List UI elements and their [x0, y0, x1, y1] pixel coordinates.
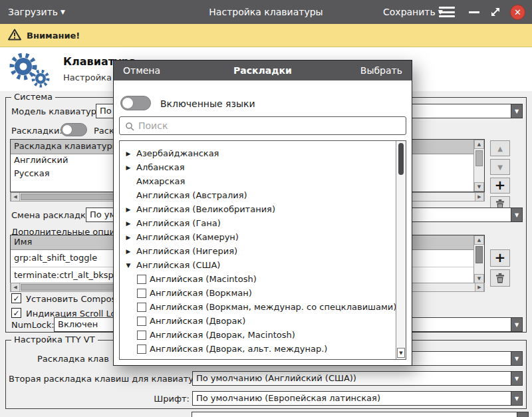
save-menu-button[interactable]: Сохранить▼ [383, 0, 443, 24]
scroll-up-icon[interactable]: ▲ [474, 140, 484, 149]
language-label: Английская (Дворак) [150, 316, 245, 326]
layout-item-row[interactable]: Английская (Дворак) [120, 314, 396, 328]
language-group-row[interactable]: ▶Азербайджанская [120, 146, 396, 160]
layout-checkbox[interactable] [137, 275, 146, 284]
move-up-button[interactable]: ▲ [490, 140, 510, 156]
chevron-down-icon[interactable]: ▼ [511, 372, 522, 385]
close-button[interactable]: ✕ [510, 5, 525, 20]
font-combo[interactable]: По умолчанию (Европейская латинская) ▼ [192, 391, 523, 406]
delete-option-button[interactable] [490, 269, 510, 287]
cancel-button[interactable]: Отмена [123, 61, 160, 80]
tty-legend: Настройка TTY VT [11, 335, 98, 345]
language-group-row[interactable]: ▶Английская (Камерун) [120, 230, 396, 244]
layout-item-row[interactable]: Английская (Дворак, альт. междунар.) [120, 342, 396, 356]
chevron-down-icon[interactable]: ▼ [517, 412, 528, 417]
layout-table-vscrollbar[interactable]: ▲ ▼ [473, 140, 484, 192]
language-label: Албанская [136, 162, 184, 172]
expand-arrow-icon[interactable]: ▶ [124, 164, 133, 171]
language-label: Амхарская [136, 176, 185, 186]
second-layout-label: Вторая раскладка клавиш для клавиатуры: [9, 374, 190, 384]
language-group-row[interactable]: ▼Английская (США) [120, 258, 396, 272]
language-group-row[interactable]: Английская (Австралия) [120, 188, 396, 202]
expand-arrow-icon[interactable]: ▶ [124, 248, 133, 255]
toggle-knob [122, 97, 134, 109]
titlebar: Загрузить▼ Настройка клавиатуры Сохранит… [0, 0, 532, 24]
move-down-button[interactable]: ▼ [490, 159, 510, 175]
scroll-down-icon[interactable]: ▼ [397, 348, 405, 358]
system-legend: Система [11, 92, 55, 102]
scrollbar-thumb[interactable] [398, 143, 404, 175]
search-input[interactable] [120, 117, 406, 134]
expand-arrow-icon[interactable]: ▶ [124, 220, 133, 227]
scroll-down-icon[interactable]: ▼ [474, 274, 484, 283]
scrollbar-thumb[interactable] [475, 150, 483, 166]
layout-checkbox[interactable] [137, 331, 146, 340]
language-group-row[interactable]: ▶Английская (Нигерия) [120, 244, 396, 258]
warning-banner: Внимание! [0, 24, 532, 47]
expand-arrow-icon[interactable]: ▶ [124, 206, 133, 213]
toggle-knob [62, 124, 72, 135]
layout-item-row[interactable]: Английская (Macintosh) [120, 272, 396, 286]
scroll-up-icon[interactable]: ▲ [474, 235, 484, 245]
layout-item-row[interactable]: Английская (Воркман) [120, 286, 396, 300]
search-box [119, 116, 406, 135]
language-label: Английская (Великобритания) [136, 204, 275, 214]
gears-icon [5, 50, 55, 90]
language-group-row[interactable]: Амхарская [120, 174, 396, 188]
options-table-vscrollbar[interactable]: ▲ ▼ [473, 235, 484, 283]
layout-item-row[interactable]: Английская (Дворак, Macintosh) [120, 328, 396, 342]
scroll-right-icon[interactable]: ▶ [475, 193, 484, 201]
language-list: ▶Азербайджанская▶АлбанскаяАмхарскаяАнгли… [119, 140, 406, 360]
trash-icon [495, 273, 505, 283]
language-group-row[interactable]: ▶Албанская [120, 160, 396, 174]
chevron-down-icon[interactable]: ▼ [511, 104, 522, 118]
collapse-arrow-icon[interactable]: ▼ [124, 262, 133, 269]
language-group-row[interactable]: ▶Английская (Гана) [120, 216, 396, 230]
add-option-button[interactable]: + [490, 249, 510, 267]
language-label: Азербайджанская [136, 148, 219, 158]
chevron-down-icon[interactable]: ▼ [511, 392, 522, 405]
minimize-button[interactable] [469, 11, 479, 13]
scroll-right-icon[interactable]: ▶ [475, 283, 484, 291]
select-button[interactable]: Выбрать [360, 61, 402, 80]
language-label: Английская (Дворак, альт. междунар.) [150, 344, 327, 354]
hamburger-menu-icon[interactable] [439, 7, 455, 17]
language-list-scrollbar[interactable]: ▼ [396, 141, 406, 359]
layout-checkbox[interactable] [137, 303, 146, 312]
scrollbar-thumb[interactable] [475, 246, 483, 263]
expand-arrow-icon[interactable]: ▶ [124, 234, 133, 241]
scroll-left-icon[interactable]: ◀ [11, 283, 20, 291]
language-list-items: ▶Азербайджанская▶АлбанскаяАмхарскаяАнгли… [120, 146, 396, 356]
layout-checkbox[interactable] [137, 317, 146, 326]
compose-checkbox[interactable]: ✓ [11, 293, 21, 303]
language-label: Английская (Macintosh) [150, 274, 257, 284]
chevron-down-icon[interactable]: ▼ [511, 352, 522, 365]
keyboard-model-label: Модель клавиатуры: [11, 106, 106, 116]
numlock-label: NumLock: [11, 320, 55, 330]
enabled-languages-toggle[interactable] [120, 96, 151, 110]
scroll-left-icon[interactable]: ◀ [11, 193, 20, 201]
language-label: Английская (Гана) [136, 218, 221, 228]
language-label: Английская (Воркман, междунар. со спецкл… [150, 302, 396, 312]
expand-arrow-icon[interactable]: ▶ [124, 150, 133, 157]
font-label: Шрифт: [9, 394, 190, 404]
layouts-dialog: Отмена Раскладки Выбрать Включенные язык… [113, 60, 412, 366]
chevron-down-icon[interactable]: ▼ [511, 208, 522, 221]
language-group-row[interactable]: ▶Английская (Великобритания) [120, 202, 396, 216]
layouts-toggle[interactable] [61, 123, 87, 136]
second-layout-combo[interactable]: По умолчанию (Английский (США)) ▼ [192, 371, 523, 386]
scroll-down-icon[interactable]: ▼ [474, 182, 484, 192]
bottom-partial-combo[interactable]: ▼ [192, 412, 529, 417]
layouts-label: Раскладки: [11, 126, 63, 136]
layout-switch-label: Смена раскладки: [11, 210, 94, 220]
layout-checkbox[interactable] [137, 289, 146, 298]
layout-item-row[interactable]: Английская (Воркман, междунар. со спецкл… [120, 300, 396, 314]
page-subtitle: Настройка п [63, 72, 120, 82]
chevron-down-icon[interactable]: ▼ [511, 318, 522, 331]
language-label: Английская (Камерун) [136, 232, 239, 242]
fullscreen-icon[interactable] [489, 6, 501, 18]
layout-checkbox[interactable] [137, 345, 146, 354]
load-menu-button[interactable]: Загрузить▼ [8, 0, 65, 24]
add-layout-button[interactable]: + [490, 178, 510, 194]
scrolllock-checkbox[interactable]: ✓ [11, 308, 21, 318]
